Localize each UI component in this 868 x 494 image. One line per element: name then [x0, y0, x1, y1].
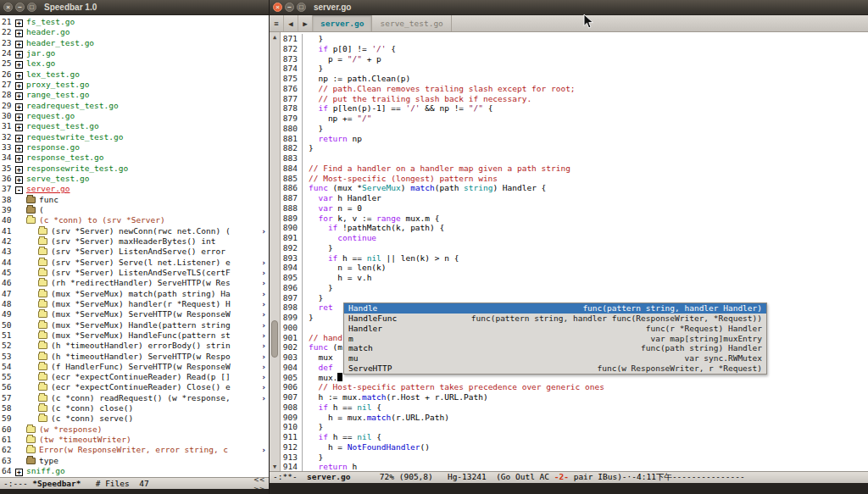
speedbar-row[interactable]: 41(srv *Server) newConn(rwc net.Conn) (›: [0, 226, 269, 236]
expand-icon[interactable]: +: [15, 124, 23, 131]
code-line[interactable]: 885// Most-specific (longest) pattern wi…: [281, 174, 868, 184]
code-line[interactable]: 874 }: [281, 64, 868, 74]
tab-serve-test-go[interactable]: serve_test.go: [372, 15, 451, 31]
expand-icon[interactable]: +: [15, 61, 23, 69]
code-line[interactable]: 894 n = len(k): [281, 263, 868, 273]
code-line[interactable]: 887 var h Handler: [281, 193, 868, 203]
back-icon[interactable]: ◀: [284, 15, 298, 31]
speedbar-row[interactable]: 52(h *timeoutHandler) errorBody() strin›: [0, 341, 269, 351]
code-line[interactable]: 871 }: [281, 34, 868, 44]
code-line[interactable]: 895 h = v.h: [281, 273, 868, 283]
code-line[interactable]: 914 return h: [281, 462, 868, 471]
code-line[interactable]: 880 }: [281, 124, 868, 134]
speedbar-row[interactable]: 43(srv *Server) ListenAndServe() error: [0, 247, 269, 257]
speedbar-row[interactable]: 53(h *timeoutHandler) ServeHTTP(w Respo›: [0, 352, 269, 362]
speedbar-row[interactable]: 60(w *response): [0, 425, 269, 435]
expand-icon[interactable]: +: [15, 92, 23, 100]
speedbar-row[interactable]: 31+request_test.go: [0, 121, 269, 131]
expand-icon[interactable]: +: [15, 176, 23, 184]
expand-icon[interactable]: +: [15, 19, 23, 27]
collapse-icon[interactable]: -: [15, 186, 23, 194]
close-icon[interactable]: ×: [3, 3, 13, 12]
code-line[interactable]: 890 if !pathMatch(k, path) {: [281, 223, 868, 233]
speedbar-row[interactable]: 35+responsewrite_test.go: [0, 164, 269, 174]
expand-icon[interactable]: +: [15, 51, 23, 58]
expand-icon[interactable]: +: [15, 135, 23, 142]
menu-icon[interactable]: ≡: [270, 15, 284, 31]
speedbar-row[interactable]: 28+range_test.go: [0, 90, 269, 100]
speedbar-row[interactable]: 55(ecr *expectContinueReader) Read(p []›: [0, 372, 269, 382]
speedbar-row[interactable]: 37-server.go: [0, 184, 269, 194]
speedbar-row[interactable]: 40(c *conn) to (srv *Server): [0, 215, 269, 225]
scrollbar-thumb[interactable]: [271, 320, 278, 358]
speedbar-row[interactable]: 49(mux *ServeMux) ServeHTTP(w ResponseW›: [0, 309, 269, 319]
code-line[interactable]: 875 np := path.Clean(p): [281, 74, 868, 84]
speedbar-row[interactable]: 48(mux *ServeMux) handler(r *Request) H›: [0, 299, 269, 309]
speedbar-row[interactable]: 56(ecr *expectContinueReader) Close() e›: [0, 382, 269, 392]
minimize-icon[interactable]: −: [15, 3, 25, 12]
speedbar-row[interactable]: 23+header_test.go: [0, 38, 269, 48]
code-line[interactable]: 886func (mux *ServeMux) match(path strin…: [281, 183, 868, 193]
expand-icon[interactable]: +: [15, 145, 23, 153]
expand-icon[interactable]: +: [15, 114, 23, 121]
speedbar-row[interactable]: 38func: [0, 195, 269, 205]
vertical-scrollbar[interactable]: ▲ ▼: [270, 32, 281, 471]
speedbar-row[interactable]: 21+fs_test.go: [0, 17, 269, 27]
speedbar-row[interactable]: 44(srv *Server) Serve(l net.Listener) e›: [0, 258, 269, 268]
code-line[interactable]: 891 continue: [281, 233, 868, 243]
speedbar-row[interactable]: 42(srv *Server) maxHeaderBytes() int: [0, 236, 269, 247]
code-line[interactable]: 906 // Host-specific pattern takes prece…: [281, 382, 868, 392]
speedbar-row[interactable]: 22+header.go: [0, 27, 269, 37]
editor-titlebar[interactable]: × − □ server.go: [270, 0, 868, 15]
code-line[interactable]: 876 // path.Clean removes trailing slash…: [281, 84, 868, 94]
speedbar-row[interactable]: 63type: [0, 456, 269, 466]
speedbar-row[interactable]: 64+sniff.go: [0, 466, 269, 476]
completion-item[interactable]: ServeHTTPfunc(w ResponseWriter, r *Reque…: [344, 364, 766, 374]
expand-icon[interactable]: +: [15, 30, 23, 37]
speedbar-row[interactable]: 26+lex_test.go: [0, 69, 269, 80]
speedbar-row[interactable]: 32+requestwrite_test.go: [0, 132, 269, 142]
speedbar-titlebar[interactable]: × − □ Speedbar 1.0: [0, 0, 269, 15]
code-line[interactable]: 882}: [281, 143, 868, 153]
speedbar-row[interactable]: 30+request.go: [0, 111, 269, 121]
code-line[interactable]: 878 if p[len(p)-1] == '/' && np != "/" {: [281, 103, 868, 114]
forward-icon[interactable]: ▶: [298, 15, 313, 31]
expand-icon[interactable]: +: [15, 41, 23, 48]
code-line[interactable]: 896 }: [281, 283, 868, 293]
tab-server-go[interactable]: server.go: [313, 15, 372, 31]
code-buffer[interactable]: 871 }872 if p[0] != '/' {873 p = "/" + p…: [281, 32, 868, 471]
speedbar-row[interactable]: 62Error(w ResponseWriter, error string, …: [0, 445, 269, 455]
code-line[interactable]: 897 }: [281, 293, 868, 303]
speedbar-file-tree[interactable]: 21+fs_test.go22+header.go23+header_test.…: [0, 15, 269, 477]
expand-icon[interactable]: +: [15, 103, 23, 111]
completion-item[interactable]: matchfunc(path string) Handler: [344, 343, 766, 353]
speedbar-row[interactable]: 46(rh *redirectHandler) ServeHTTP(w Res›: [0, 278, 269, 288]
expand-icon[interactable]: +: [15, 82, 23, 90]
speedbar-row[interactable]: 57(c *conn) readRequest() (w *response,›: [0, 393, 269, 403]
code-line[interactable]: 879 np += "/": [281, 114, 868, 124]
code-line[interactable]: 892 }: [281, 243, 868, 253]
code-line[interactable]: 893 if h == nil || len(k) > n {: [281, 253, 868, 264]
scroll-up-icon[interactable]: ▲: [270, 32, 280, 42]
completion-item[interactable]: mvar map[string]muxEntry: [344, 334, 766, 344]
speedbar-row[interactable]: 27+proxy_test.go: [0, 80, 269, 90]
speedbar-row[interactable]: 58(c *conn) close(): [0, 403, 269, 414]
code-line[interactable]: 913 }: [281, 452, 868, 463]
expand-icon[interactable]: +: [15, 72, 23, 80]
speedbar-row[interactable]: 34+response_test.go: [0, 153, 269, 163]
speedbar-row[interactable]: 51(mux *ServeMux) HandleFunc(pattern st›: [0, 330, 269, 341]
code-line[interactable]: 883: [281, 153, 868, 164]
code-line[interactable]: 873 p = "/" + p: [281, 54, 868, 64]
code-line[interactable]: 910 }: [281, 422, 868, 432]
speedbar-row[interactable]: 61(tw *timeoutWriter): [0, 435, 269, 445]
speedbar-row[interactable]: 25+lex.go: [0, 58, 269, 69]
code-line[interactable]: 877 // put the trailing slash back if ne…: [281, 94, 868, 104]
speedbar-row[interactable]: 50(mux *ServeMux) Handle(pattern string›: [0, 320, 269, 330]
code-line[interactable]: 907 h := mux.match(r.Host + r.URL.Path): [281, 392, 868, 402]
code-line[interactable]: 881 return np: [281, 134, 868, 144]
speedbar-row[interactable]: 29+readrequest_test.go: [0, 101, 269, 111]
expand-icon[interactable]: +: [15, 155, 23, 163]
code-line[interactable]: 909 h = mux.match(r.URL.Path): [281, 413, 868, 423]
speedbar-row[interactable]: 59(c *conn) serve(): [0, 414, 269, 424]
completion-item[interactable]: muvar sync.RWMutex: [344, 353, 766, 364]
